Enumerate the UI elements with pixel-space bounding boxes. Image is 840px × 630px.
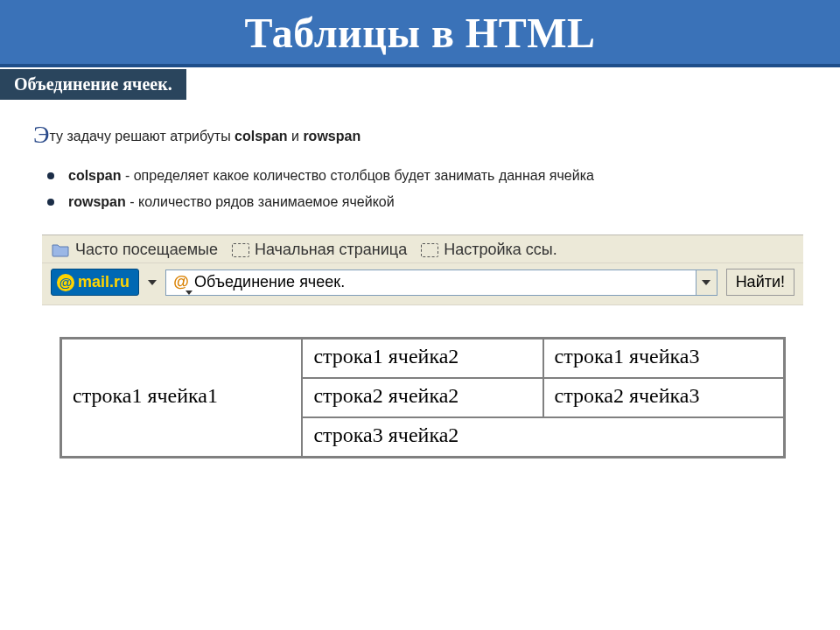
mailru-text: mail.ru	[78, 273, 130, 291]
def-rowspan: rowspan - количество рядов занимаемое яч…	[52, 194, 807, 210]
page-body: строка1 ячейка1 строка1 ячейка2 строка1 …	[42, 304, 803, 476]
at-icon: @	[57, 274, 74, 291]
def-term: rowspan	[68, 194, 126, 209]
bookmark-label: Часто посещаемые	[75, 241, 218, 259]
page-icon	[232, 243, 249, 257]
definition-list: colspan - определяет какое количество ст…	[33, 168, 807, 210]
bookmark-settings[interactable]: Настройка ссы.	[421, 241, 557, 259]
engine-dropdown-icon[interactable]	[148, 280, 157, 285]
nav-bar: @mail.ru @ Найти!	[42, 263, 803, 304]
def-term: colspan	[68, 168, 121, 183]
mailru-logo[interactable]: @mail.ru	[51, 269, 139, 296]
search-dropdown[interactable]	[696, 270, 717, 295]
cell-r2c3: строка2 ячейка3	[543, 378, 785, 417]
intro-joiner: и	[288, 129, 304, 144]
chevron-down-icon	[702, 280, 710, 285]
cell-r1c3: строка1 ячейка3	[543, 339, 785, 379]
table-row: строка1 ячейка1 строка1 ячейка2 строка1 …	[61, 339, 785, 379]
find-button[interactable]: Найти!	[726, 269, 794, 296]
search-input[interactable]	[194, 273, 696, 291]
intro-text: Эту задачу решают атрибуты colspan и row…	[33, 121, 807, 149]
cell-r3c2: строка3 ячейка2	[302, 417, 784, 458]
bookmarks-bar: Часто посещаемые Начальная страница Наст…	[42, 235, 803, 263]
def-desc: - определяет какое количество столбцов б…	[121, 168, 593, 183]
intro-attr1: colspan	[234, 129, 287, 144]
example-table: строка1 ячейка1 строка1 ячейка2 строка1 …	[60, 337, 786, 458]
intro-prefix: ту задачу решают атрибуты	[49, 129, 234, 144]
slide-subtitle: Объединение ячеек.	[0, 69, 186, 100]
content-area: Эту задачу решают атрибуты colspan и row…	[0, 100, 840, 476]
page-icon	[421, 243, 438, 257]
bookmark-label: Настройка ссы.	[444, 241, 557, 259]
bookmark-label: Начальная страница	[255, 241, 407, 259]
folder-icon	[51, 242, 70, 258]
cell-r1c1: строка1 ячейка1	[61, 339, 303, 458]
intro-dropcap: Э	[33, 121, 49, 148]
slide-header: Таблицы в HTML	[0, 0, 840, 67]
def-desc: - количество рядов занимаемое ячейкой	[126, 194, 395, 209]
cell-r2c2: строка2 ячейка2	[302, 378, 542, 417]
bookmark-frequent[interactable]: Часто посещаемые	[51, 241, 218, 259]
def-colspan: colspan - определяет какое количество ст…	[52, 168, 807, 184]
intro-attr2: rowspan	[303, 129, 360, 144]
search-field-wrap: @	[165, 270, 718, 296]
bookmark-homepage[interactable]: Начальная страница	[232, 241, 407, 259]
slide-title: Таблицы в HTML	[0, 9, 840, 57]
search-at-icon: @	[172, 273, 191, 292]
browser-chrome: Часто посещаемые Начальная страница Наст…	[42, 234, 803, 476]
cell-r1c2: строка1 ячейка2	[302, 339, 542, 379]
